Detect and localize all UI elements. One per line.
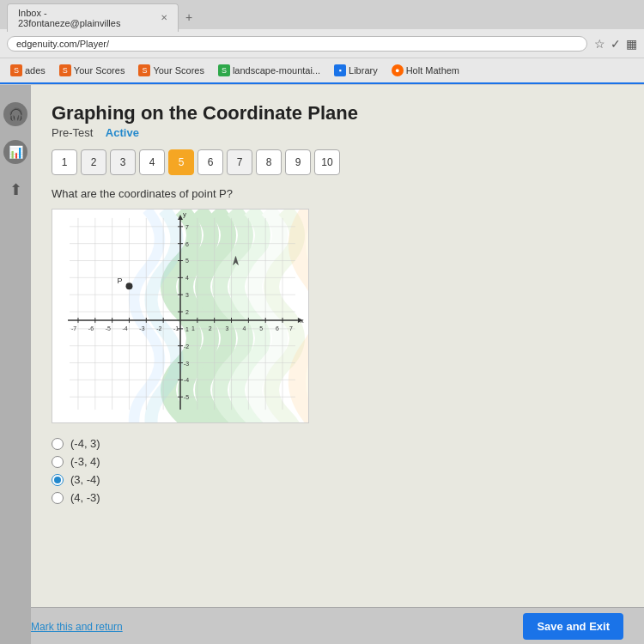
bookmark-library[interactable]: ▪ Library: [329, 63, 383, 78]
bookmark-ades-label: ades: [25, 65, 46, 76]
svg-text:-3: -3: [184, 361, 189, 367]
svg-text:6: 6: [185, 241, 189, 247]
svg-text:-7: -7: [71, 325, 76, 331]
save-exit-button[interactable]: Save and Exit: [523, 613, 623, 640]
svg-text:6: 6: [276, 325, 279, 331]
answer-choices: (-4, 3) (-3, 4) (3, -4) (4, -3): [52, 437, 623, 504]
svg-text:P: P: [118, 276, 123, 285]
answer-label-b: (-3, 4): [70, 455, 100, 468]
svg-point-79: [126, 283, 133, 289]
svg-text:-4: -4: [123, 325, 128, 331]
bookmarks-bar: S ades S Your Scores S Your Scores S lan…: [0, 58, 644, 84]
audio-button[interactable]: 🎧: [3, 102, 27, 126]
svg-text:1: 1: [191, 325, 195, 331]
coordinate-grid: -7 -6 -5 -4 -3 -2 -1 1 2 3 4 5 6 7 x 7 6…: [52, 210, 308, 422]
question-btn-9[interactable]: 9: [285, 149, 311, 175]
answer-label-a: (-4, 3): [70, 437, 100, 450]
bookmark-landscape-icon: S: [218, 64, 230, 76]
address-bar-row: edgenuity.com/Player/ ☆ ✓ ▦: [0, 29, 644, 58]
question-btn-7[interactable]: 7: [227, 149, 252, 175]
lesson-title: Graphing on the Coordinate Plane: [52, 102, 623, 125]
bookmark-library-icon: ▪: [334, 64, 346, 76]
answer-option-c[interactable]: (3, -4): [52, 473, 623, 486]
question-text: What are the coordinates of point P?: [52, 187, 623, 200]
svg-text:-4: -4: [184, 377, 189, 383]
bookmark-holt-label: Holt Mathem: [406, 65, 459, 76]
radio-d[interactable]: [52, 492, 64, 504]
svg-text:1: 1: [185, 326, 189, 332]
bookmark-yourscores-1[interactable]: S Your Scores: [54, 63, 131, 78]
browser-icons: ☆ ✓ ▦: [594, 37, 637, 51]
radio-a[interactable]: [52, 438, 64, 450]
browser-chrome: Inbox - 23fontaneze@plainvilles ✕ + edge…: [0, 0, 644, 85]
svg-text:-3: -3: [139, 325, 144, 331]
svg-text:2: 2: [185, 309, 189, 315]
svg-text:x: x: [301, 317, 304, 325]
bookmark-holt-icon: ●: [392, 64, 404, 76]
answer-option-a[interactable]: (-4, 3): [52, 437, 623, 450]
new-tab-button[interactable]: +: [185, 10, 192, 24]
svg-text:-5: -5: [184, 394, 189, 400]
answer-option-b[interactable]: (-3, 4): [52, 455, 623, 468]
scroll-up-button[interactable]: ⬆: [3, 178, 27, 202]
bookmark-ades[interactable]: S ades: [5, 63, 51, 78]
bookmark-yourscores2-label: Your Scores: [153, 65, 204, 76]
bookmark-ades-icon: S: [10, 64, 22, 76]
left-sidebar: 🎧 📊 ⬆: [0, 85, 31, 644]
question-btn-10[interactable]: 10: [314, 149, 340, 175]
tab-bar: Inbox - 23fontaneze@plainvilles ✕ +: [0, 0, 644, 29]
question-nav: 1 2 3 4 5 6 7 8 9 10: [52, 149, 623, 175]
svg-text:4: 4: [185, 275, 189, 281]
svg-text:-6: -6: [88, 325, 94, 331]
bookmark-holt[interactable]: ● Holt Mathem: [386, 63, 465, 78]
question-btn-8[interactable]: 8: [256, 149, 282, 175]
svg-text:5: 5: [259, 325, 263, 331]
question-btn-1[interactable]: 1: [52, 149, 77, 175]
bookmark-landscape-label: landscape-mountai...: [233, 65, 320, 76]
lesson-subtitle: Pre-Test Active: [52, 126, 623, 139]
pre-test-label: Pre-Test: [52, 126, 93, 139]
svg-text:-2: -2: [156, 325, 161, 331]
svg-text:5: 5: [185, 258, 189, 264]
svg-text:3: 3: [226, 325, 229, 331]
star-icon[interactable]: ☆: [594, 37, 605, 51]
svg-text:-2: -2: [184, 343, 189, 349]
menu-icon[interactable]: ▦: [626, 37, 637, 51]
bookmark-landscape[interactable]: S landscape-mountai...: [213, 63, 325, 78]
calculator-button[interactable]: 📊: [3, 140, 27, 164]
bookmark-yourscores-2[interactable]: S Your Scores: [133, 63, 210, 78]
bookmark-yourscores1-label: Your Scores: [74, 65, 125, 76]
svg-text:-5: -5: [106, 325, 111, 331]
mark-return-link[interactable]: Mark this and return: [31, 621, 123, 633]
bookmark-yourscores1-icon: S: [59, 64, 71, 76]
address-bar[interactable]: edgenuity.com/Player/: [7, 36, 587, 52]
answer-label-d: (4, -3): [70, 491, 100, 504]
bookmark-yourscores2-icon: S: [138, 64, 150, 76]
svg-text:3: 3: [185, 292, 189, 298]
bottom-bar: Mark this and return Save and Exit: [0, 607, 644, 644]
svg-text:4: 4: [242, 325, 246, 331]
svg-text:7: 7: [185, 224, 189, 230]
tab-label: Inbox - 23fontaneze@plainvilles: [18, 8, 152, 28]
answer-option-d[interactable]: (4, -3): [52, 491, 623, 504]
svg-text:7: 7: [289, 325, 293, 331]
question-btn-6[interactable]: 6: [197, 149, 223, 175]
question-btn-3[interactable]: 3: [110, 149, 136, 175]
svg-text:2: 2: [209, 325, 212, 331]
graph-container: -7 -6 -5 -4 -3 -2 -1 1 2 3 4 5 6 7 x 7 6…: [52, 209, 309, 423]
bookmark-library-label: Library: [349, 65, 378, 76]
status-label: Active: [106, 126, 139, 139]
check-icon[interactable]: ✓: [611, 37, 621, 51]
question-btn-5[interactable]: 5: [168, 149, 194, 175]
active-tab[interactable]: Inbox - 23fontaneze@plainvilles ✕: [7, 3, 179, 32]
radio-c[interactable]: [52, 474, 64, 486]
svg-text:-1: -1: [173, 325, 179, 331]
page-content: 🎧 📊 ⬆ Graphing on the Coordinate Plane P…: [0, 85, 644, 644]
radio-b[interactable]: [52, 456, 64, 468]
question-btn-2[interactable]: 2: [81, 149, 106, 175]
answer-label-c: (3, -4): [70, 473, 100, 486]
tab-close-icon[interactable]: ✕: [161, 13, 167, 22]
question-btn-4[interactable]: 4: [139, 149, 165, 175]
svg-text:y: y: [183, 210, 186, 218]
main-content: Graphing on the Coordinate Plane Pre-Tes…: [31, 85, 644, 644]
